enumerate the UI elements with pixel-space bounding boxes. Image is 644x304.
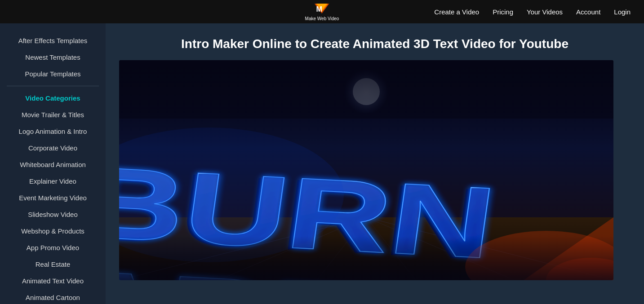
svg-text:M: M bbox=[316, 5, 322, 13]
sidebar-app-promo[interactable]: App Promo Video bbox=[0, 239, 106, 256]
sidebar-newest[interactable]: Newest Templates bbox=[0, 49, 106, 66]
sidebar-explainer[interactable]: Explainer Video bbox=[0, 173, 106, 189]
nav-login[interactable]: Login bbox=[614, 8, 631, 16]
hero-container[interactable]: BURN ARENA BURN ARENA BURN ARENA BURN AR… bbox=[119, 60, 613, 280]
hero-overlay-top bbox=[119, 60, 613, 148]
sidebar-animated-cartoon[interactable]: Animated Cartoon bbox=[0, 289, 106, 304]
nav-your-videos[interactable]: Your Videos bbox=[527, 8, 563, 16]
sidebar-event-marketing[interactable]: Event Marketing Video bbox=[0, 189, 106, 206]
sidebar-divider bbox=[7, 86, 99, 86]
sidebar: After Effects Templates Newest Templates… bbox=[0, 23, 106, 304]
logo-text: Make Web Video bbox=[305, 16, 339, 21]
sidebar-real-estate[interactable]: Real Estate bbox=[0, 256, 106, 273]
sidebar-whiteboard[interactable]: Whiteboard Animation bbox=[0, 156, 106, 173]
layout: After Effects Templates Newest Templates… bbox=[0, 23, 644, 304]
logo-icon: M bbox=[314, 3, 330, 15]
nav-create-video[interactable]: Create a Video bbox=[434, 8, 479, 16]
nav-pricing[interactable]: Pricing bbox=[493, 8, 513, 16]
sidebar-animated-text[interactable]: Animated Text Video bbox=[0, 273, 106, 289]
nav-account[interactable]: Account bbox=[576, 8, 600, 16]
main-content: Intro Maker Online to Create Animated 3D… bbox=[106, 23, 644, 304]
header: M Make Web Video Create a Video Pricing … bbox=[0, 0, 644, 23]
sidebar-webshop[interactable]: Webshop & Products bbox=[0, 223, 106, 239]
sidebar-after-effects[interactable]: After Effects Templates bbox=[0, 32, 106, 49]
page-title: Intro Maker Online to Create Animated 3D… bbox=[119, 37, 631, 51]
sidebar-category-title[interactable]: Video Categories bbox=[0, 90, 106, 106]
header-nav: Create a Video Pricing Your Videos Accou… bbox=[434, 8, 631, 16]
sidebar-corporate[interactable]: Corporate Video bbox=[0, 140, 106, 156]
hero-overlay-bottom bbox=[119, 236, 613, 280]
sidebar-logo-animation[interactable]: Logo Animation & Intro bbox=[0, 123, 106, 140]
sidebar-popular[interactable]: Popular Templates bbox=[0, 66, 106, 82]
sidebar-slideshow[interactable]: Slideshow Video bbox=[0, 206, 106, 223]
logo[interactable]: M Make Web Video bbox=[305, 3, 339, 21]
sidebar-movie-trailer[interactable]: Movie Trailer & Titles bbox=[0, 106, 106, 123]
